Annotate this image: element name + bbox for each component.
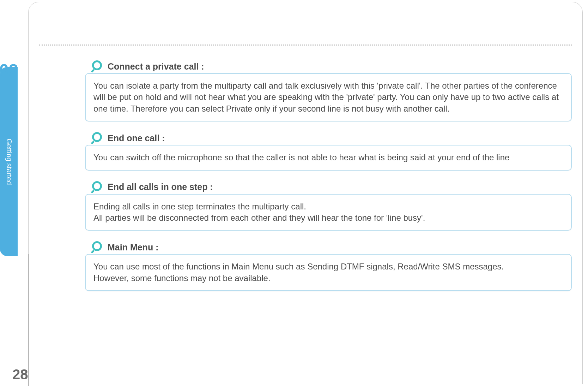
content-area: Connect a private call : You can isolate… [85,60,572,302]
side-tab-label: Getting started [5,138,13,185]
section-body-text: Ending all calls in one step terminates … [93,201,563,224]
section-body-text: You can isolate a party from the multipa… [93,80,563,114]
section-header: Connect a private call : [85,60,572,72]
magnifier-icon [91,181,103,193]
section-body-text: You can switch off the microphone so tha… [93,152,563,163]
page-frame: Connect a private call : You can isolate… [28,2,583,384]
magnifier-icon [91,60,103,72]
section-body-box: You can use most of the functions in Mai… [85,254,572,291]
section-body-box: You can switch off the microphone so tha… [85,145,572,170]
section-body-box: Ending all calls in one step terminates … [85,194,572,231]
vertical-divider [28,254,29,386]
dotted-divider [39,44,572,46]
section-body-text: You can use most of the functions in Mai… [93,261,563,284]
chapter-number: 02 [0,62,18,79]
section-header: End one call : [85,132,572,144]
section-main-menu: Main Menu : You can use most of the func… [85,241,572,291]
side-tab: Getting started [0,67,18,256]
magnifier-icon [91,241,103,253]
section-end-all-calls: End all calls in one step : Ending all c… [85,181,572,231]
magnifier-icon [91,132,103,144]
section-title: Connect a private call : [108,61,204,72]
page-number: 28 [12,367,28,382]
section-title: End all calls in one step : [108,182,213,192]
section-title: End one call : [108,133,165,143]
section-end-one-call: End one call : You can switch off the mi… [85,132,572,170]
section-header: End all calls in one step : [85,181,572,193]
section-body-box: You can isolate a party from the multipa… [85,73,572,121]
section-connect-private-call: Connect a private call : You can isolate… [85,60,572,121]
section-title: Main Menu : [108,242,158,253]
section-header: Main Menu : [85,241,572,253]
